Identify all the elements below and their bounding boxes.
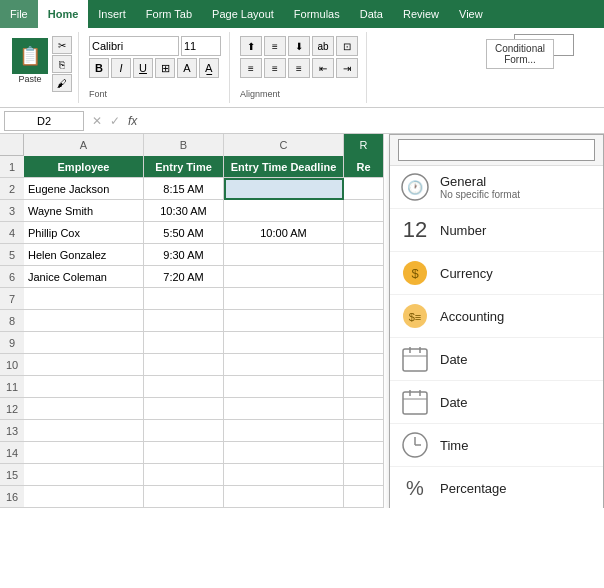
cell-r6[interactable] [344, 266, 384, 288]
tab-view[interactable]: View [449, 0, 493, 28]
cell-r10[interactable] [344, 354, 384, 376]
row-header-1[interactable]: 1 [0, 156, 24, 178]
cell-c5[interactable] [224, 244, 344, 266]
cell-a11[interactable] [24, 376, 144, 398]
cell-b4[interactable]: 5:50 AM [144, 222, 224, 244]
cell-b6[interactable]: 7:20 AM [144, 266, 224, 288]
cell-a13[interactable] [24, 420, 144, 442]
row-header-16[interactable]: 16 [0, 486, 24, 508]
cell-r16[interactable] [344, 486, 384, 508]
font-name-input[interactable] [89, 36, 179, 56]
align-left-button[interactable]: ≡ [240, 58, 262, 78]
align-right-button[interactable]: ≡ [288, 58, 310, 78]
cell-c8[interactable] [224, 310, 344, 332]
cell-b5[interactable]: 9:30 AM [144, 244, 224, 266]
cell-c14[interactable] [224, 442, 344, 464]
row-header-6[interactable]: 6 [0, 266, 24, 288]
list-item[interactable]: $≡ Accounting [390, 295, 603, 338]
paste-button[interactable]: 📋 Paste [10, 36, 50, 86]
formula-input[interactable] [141, 111, 600, 131]
tab-review[interactable]: Review [393, 0, 449, 28]
decrease-indent-button[interactable]: ⇤ [312, 58, 334, 78]
cell-b8[interactable] [144, 310, 224, 332]
cell-r3[interactable] [344, 200, 384, 222]
bold-button[interactable]: B [89, 58, 109, 78]
cut-button[interactable]: ✂ [52, 36, 72, 54]
cell-a10[interactable] [24, 354, 144, 376]
cell-c11[interactable] [224, 376, 344, 398]
col-header-c[interactable]: C [224, 134, 344, 156]
col-header-b[interactable]: B [144, 134, 224, 156]
cell-b13[interactable] [144, 420, 224, 442]
border-button[interactable]: ⊞ [155, 58, 175, 78]
conditional-format-button[interactable]: Conditional Form... [486, 39, 554, 69]
cell-b16[interactable] [144, 486, 224, 508]
cell-r14[interactable] [344, 442, 384, 464]
align-bottom-button[interactable]: ⬇ [288, 36, 310, 56]
cell-b11[interactable] [144, 376, 224, 398]
align-top-button[interactable]: ⬆ [240, 36, 262, 56]
tab-home[interactable]: Home [38, 0, 89, 28]
row-header-7[interactable]: 7 [0, 288, 24, 310]
tab-data[interactable]: Data [350, 0, 393, 28]
row-header-14[interactable]: 14 [0, 442, 24, 464]
tab-file[interactable]: File [0, 0, 38, 28]
italic-button[interactable]: I [111, 58, 131, 78]
cell-r12[interactable] [344, 398, 384, 420]
underline-button[interactable]: U [133, 58, 153, 78]
row-header-2[interactable]: 2 [0, 178, 24, 200]
cell-c15[interactable] [224, 464, 344, 486]
cell-b7[interactable] [144, 288, 224, 310]
cell-b3[interactable]: 10:30 AM [144, 200, 224, 222]
cell-c9[interactable] [224, 332, 344, 354]
cell-r15[interactable] [344, 464, 384, 486]
cell-a1[interactable]: Employee [24, 156, 144, 178]
cell-a4[interactable]: Phillip Cox [24, 222, 144, 244]
row-header-9[interactable]: 9 [0, 332, 24, 354]
fill-color-button[interactable]: A [177, 58, 197, 78]
tab-insert[interactable]: Insert [88, 0, 136, 28]
formula-bar-confirm[interactable]: ✓ [110, 114, 120, 128]
cell-c12[interactable] [224, 398, 344, 420]
cell-b10[interactable] [144, 354, 224, 376]
name-box[interactable] [4, 111, 84, 131]
row-header-13[interactable]: 13 [0, 420, 24, 442]
row-header-10[interactable]: 10 [0, 354, 24, 376]
cell-a15[interactable] [24, 464, 144, 486]
cell-b12[interactable] [144, 398, 224, 420]
cell-c2[interactable] [224, 178, 344, 200]
list-item[interactable]: 12 Number [390, 209, 603, 252]
row-header-12[interactable]: 12 [0, 398, 24, 420]
cell-a3[interactable]: Wayne Smith [24, 200, 144, 222]
list-item[interactable]: Time [390, 424, 603, 467]
row-header-8[interactable]: 8 [0, 310, 24, 332]
format-painter-button[interactable]: 🖌 [52, 74, 72, 92]
formula-bar-cancel[interactable]: ✕ [92, 114, 102, 128]
cell-r7[interactable] [344, 288, 384, 310]
cell-r11[interactable] [344, 376, 384, 398]
cell-c13[interactable] [224, 420, 344, 442]
cell-r2[interactable] [344, 178, 384, 200]
cell-a6[interactable]: Janice Coleman [24, 266, 144, 288]
list-item[interactable]: % Percentage [390, 467, 603, 508]
cell-c10[interactable] [224, 354, 344, 376]
cell-b1[interactable]: Entry Time [144, 156, 224, 178]
row-header-4[interactable]: 4 [0, 222, 24, 244]
cell-a9[interactable] [24, 332, 144, 354]
cell-a14[interactable] [24, 442, 144, 464]
row-header-3[interactable]: 3 [0, 200, 24, 222]
cell-r9[interactable] [344, 332, 384, 354]
cell-b9[interactable] [144, 332, 224, 354]
cell-c1[interactable]: Entry Time Deadline [224, 156, 344, 178]
merge-button[interactable]: ⊡ [336, 36, 358, 56]
cell-c3[interactable] [224, 200, 344, 222]
align-middle-button[interactable]: ≡ [264, 36, 286, 56]
col-header-a[interactable]: A [24, 134, 144, 156]
cell-a7[interactable] [24, 288, 144, 310]
cell-a8[interactable] [24, 310, 144, 332]
cell-b2[interactable]: 8:15 AM [144, 178, 224, 200]
align-center-button[interactable]: ≡ [264, 58, 286, 78]
tab-pagelayout[interactable]: Page Layout [202, 0, 284, 28]
cell-c16[interactable] [224, 486, 344, 508]
cell-b15[interactable] [144, 464, 224, 486]
